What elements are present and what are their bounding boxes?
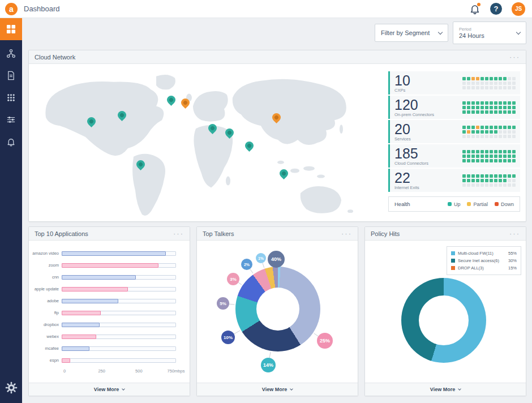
- x-axis-tick: 500: [135, 368, 143, 374]
- user-avatar[interactable]: JS: [512, 2, 525, 16]
- chevron-down-icon: [516, 29, 521, 34]
- bar-label: apple update: [32, 286, 62, 291]
- health-cell: [476, 174, 479, 178]
- health-cell: [490, 126, 493, 129]
- health-cell: [480, 106, 484, 109]
- legend-value: 30%: [508, 258, 517, 263]
- sidebar-item-apps[interactable]: [0, 87, 22, 109]
- card-menu-icon[interactable]: ···: [509, 231, 520, 237]
- stat-info: 10CXPs: [394, 74, 410, 93]
- health-cell: [490, 150, 493, 153]
- health-cell: [476, 150, 479, 153]
- health-cell: [462, 150, 466, 153]
- health-cell: [485, 155, 488, 158]
- health-cell: [471, 110, 475, 114]
- health-cell: [503, 135, 507, 138]
- health-cell: [467, 82, 470, 85]
- legend-label: DROP ALL(3): [458, 265, 508, 271]
- x-axis-tick: 750mbps: [168, 368, 185, 374]
- health-cell: [485, 101, 488, 105]
- sidebar-item-tuning[interactable]: [0, 109, 22, 131]
- stat-health-grid: [462, 174, 516, 187]
- bar-fill: [62, 251, 166, 256]
- health-cell: [512, 159, 516, 162]
- sidebar-item-dashboard[interactable]: [0, 18, 22, 40]
- stat-info: 22Internet Exits: [394, 171, 419, 190]
- bar-label: espn: [32, 358, 62, 363]
- health-cell: [490, 135, 493, 138]
- view-more-button[interactable]: View More: [365, 383, 526, 396]
- health-cell: [462, 126, 466, 129]
- top-talkers-card: Top Talkers ··· 1%40%25%14%10%5%3%2% Vie…: [196, 226, 358, 396]
- health-cell: [494, 106, 497, 109]
- notifications-button[interactable]: [469, 3, 480, 15]
- health-cell: [499, 106, 502, 109]
- health-cell: [467, 106, 470, 109]
- card-menu-icon[interactable]: ···: [173, 231, 184, 237]
- sidebar-item-topology[interactable]: [0, 42, 22, 65]
- legend-row: DROP ALL(3)15%: [451, 264, 517, 272]
- health-cell: [499, 86, 502, 89]
- health-cell: [512, 135, 516, 138]
- help-button[interactable]: ?: [490, 3, 502, 15]
- card-menu-icon[interactable]: ···: [509, 54, 520, 60]
- view-more-button[interactable]: View More: [197, 383, 358, 396]
- health-cell: [512, 150, 516, 153]
- chevron-down-icon: [122, 387, 125, 391]
- bar-fill: [62, 263, 158, 268]
- period-value: 24 Hours: [459, 32, 484, 39]
- health-cell: [503, 155, 507, 158]
- stat-row: 185Cloud Connectors: [388, 144, 520, 168]
- health-cell: [508, 126, 511, 129]
- health-cell: [480, 179, 484, 182]
- health-cell: [508, 159, 511, 162]
- bell-icon: [6, 137, 16, 147]
- card-menu-icon[interactable]: ···: [341, 231, 352, 237]
- sidebar-item-settings[interactable]: [0, 376, 22, 398]
- health-legend-label: Partial: [473, 202, 488, 207]
- segment-filter-dropdown[interactable]: Filter by Segment: [375, 24, 448, 42]
- view-more-button[interactable]: View More: [29, 383, 190, 396]
- talker-chip: 3%: [227, 273, 239, 285]
- health-cell: [503, 77, 507, 80]
- bar-label: dropbox: [32, 322, 62, 327]
- bar-label: amazon video: [32, 251, 62, 256]
- bar-row: cnn: [32, 271, 176, 283]
- talkers-chart: 1%40%25%14%10%5%3%2%: [197, 241, 358, 383]
- bar-track: [62, 323, 176, 327]
- bar-row: webex: [32, 331, 176, 342]
- sidebar-item-alerts[interactable]: [0, 131, 22, 153]
- health-cell: [476, 110, 479, 114]
- health-cell: [490, 101, 493, 105]
- health-cell: [490, 86, 493, 89]
- health-cell: [480, 130, 484, 134]
- cloud-network-stats-panel: 10CXPs120On-prem Connectors20Services185…: [388, 64, 526, 221]
- stat-label: Services: [394, 136, 411, 142]
- apps-grid-icon: [6, 93, 16, 102]
- health-legend-items: UpPartialDown: [441, 202, 514, 207]
- sidebar-item-documents[interactable]: [0, 65, 22, 87]
- applications-chart: amazon videozoomcnnapple updateadobeftpd…: [29, 241, 190, 383]
- dashboard-grid-icon: [6, 24, 16, 34]
- health-cell: [471, 130, 475, 134]
- period-dropdown[interactable]: Period 24 Hours: [453, 22, 526, 44]
- bar-row: espn: [32, 354, 176, 366]
- health-cell: [494, 150, 497, 153]
- bar-label: webex: [32, 334, 62, 339]
- legend-chip: [451, 259, 455, 263]
- health-cell: [462, 82, 466, 85]
- health-cell: [499, 82, 502, 85]
- bar-fill: [62, 346, 89, 351]
- health-cell: [508, 155, 511, 158]
- document-icon: [6, 71, 16, 80]
- health-cell: [508, 110, 511, 114]
- stat-value: 20: [394, 122, 411, 136]
- stat-info: 20Services: [394, 122, 411, 142]
- health-cell: [485, 135, 488, 138]
- card-title: Top 10 Applications: [35, 230, 88, 237]
- logo-glyph: a: [9, 5, 14, 14]
- health-cell: [490, 77, 493, 80]
- bar-row: dropbox: [32, 319, 176, 331]
- health-cell: [462, 86, 466, 89]
- bar-fill: [62, 335, 96, 339]
